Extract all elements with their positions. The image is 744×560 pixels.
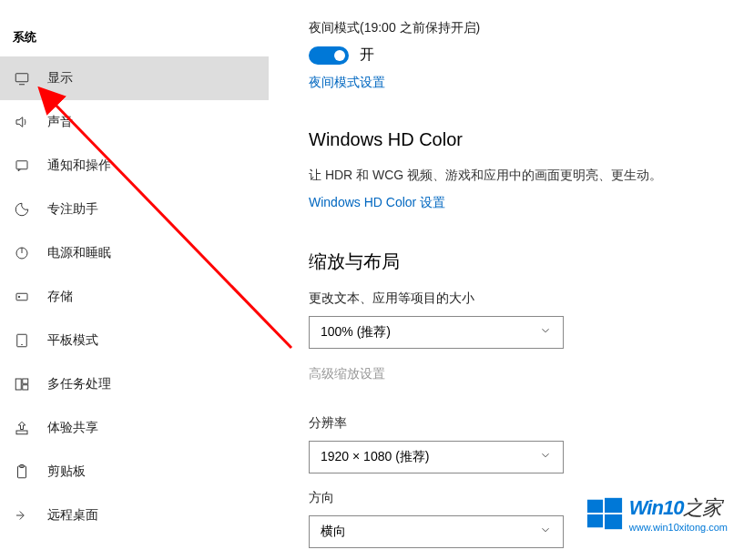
hd-color-heading: Windows HD Color xyxy=(309,129,717,150)
focus-icon xyxy=(13,200,31,219)
scale-value: 100% (推荐) xyxy=(321,324,391,341)
sidebar-item-label: 剪贴板 xyxy=(47,463,86,480)
sidebar-item-label: 通知和操作 xyxy=(47,158,111,174)
sidebar-item-display[interactable]: 显示 xyxy=(0,56,269,100)
svg-rect-10 xyxy=(23,379,28,383)
multitask-icon xyxy=(13,375,31,393)
svg-point-6 xyxy=(18,296,20,298)
watermark-url: www.win10xitong.com xyxy=(629,522,728,533)
sidebar-item-label: 电源和睡眠 xyxy=(47,245,111,261)
night-mode-settings-link[interactable]: 夜间模式设置 xyxy=(309,75,385,91)
resolution-value: 1920 × 1080 (推荐) xyxy=(321,449,429,465)
chevron-down-icon xyxy=(539,524,552,539)
remote-icon xyxy=(13,506,31,524)
sidebar-item-label: 平板模式 xyxy=(47,332,98,349)
hd-color-link[interactable]: Windows HD Color 设置 xyxy=(309,195,445,211)
hd-color-desc: 让 HDR 和 WCG 视频、游戏和应用中的画面更明亮、更生动。 xyxy=(309,167,717,185)
watermark: Win10之家 www.win10xitong.com xyxy=(586,494,728,533)
display-icon xyxy=(13,69,31,87)
svg-rect-17 xyxy=(587,500,603,513)
resolution-select[interactable]: 1920 × 1080 (推荐) xyxy=(309,441,564,473)
clipboard-icon xyxy=(13,463,31,481)
orientation-select[interactable]: 横向 xyxy=(309,515,564,548)
sidebar-item-sound[interactable]: 声音 xyxy=(0,100,269,144)
toggle-switch xyxy=(309,46,349,65)
chevron-down-icon xyxy=(539,324,552,340)
sidebar-item-clipboard[interactable]: 剪贴板 xyxy=(0,450,269,494)
main-content: 夜间模式(19:00 之前保持开启) 开 夜间模式设置 Windows HD C… xyxy=(269,0,744,560)
sidebar-item-power[interactable]: 电源和睡眠 xyxy=(0,231,269,275)
sidebar: 系统 显示 声音 通知和操作 专注助手 xyxy=(0,0,269,560)
scale-select[interactable]: 100% (推荐) xyxy=(309,316,564,349)
share-icon xyxy=(13,419,31,437)
advanced-scale-link[interactable]: 高级缩放设置 xyxy=(309,366,385,382)
toggle-label: 开 xyxy=(360,46,374,65)
sidebar-item-storage[interactable]: 存储 xyxy=(0,275,269,319)
sidebar-item-share[interactable]: 体验共享 xyxy=(0,406,269,450)
sidebar-item-label: 体验共享 xyxy=(47,420,98,436)
power-icon xyxy=(13,244,31,262)
sidebar-heading: 系统 xyxy=(13,29,269,46)
notification-icon xyxy=(13,157,31,175)
sidebar-item-multitask[interactable]: 多任务处理 xyxy=(0,362,269,406)
sidebar-item-tablet[interactable]: 平板模式 xyxy=(0,319,269,362)
windows-logo-icon xyxy=(586,494,624,533)
sidebar-item-label: 远程桌面 xyxy=(47,507,98,524)
sidebar-item-remote[interactable]: 远程桌面 xyxy=(0,494,269,537)
sidebar-item-label: 存储 xyxy=(47,289,73,305)
resolution-label: 分辨率 xyxy=(309,415,717,432)
tablet-icon xyxy=(13,331,31,350)
watermark-brand: Win10之家 xyxy=(629,494,728,522)
sidebar-item-label: 专注助手 xyxy=(47,201,98,218)
svg-rect-20 xyxy=(605,514,622,529)
storage-icon xyxy=(13,288,31,306)
scale-heading: 缩放与布局 xyxy=(309,249,717,274)
orientation-value: 横向 xyxy=(321,524,346,540)
night-mode-label: 夜间模式(19:00 之前保持开启) xyxy=(309,20,717,36)
sidebar-item-focus[interactable]: 专注助手 xyxy=(0,188,269,231)
scale-label: 更改文本、应用等项目的大小 xyxy=(309,290,717,307)
svg-rect-0 xyxy=(15,74,28,82)
chevron-down-icon xyxy=(539,449,552,464)
svg-rect-11 xyxy=(23,385,28,390)
sidebar-item-label: 多任务处理 xyxy=(47,376,111,392)
svg-rect-2 xyxy=(16,161,27,169)
svg-rect-12 xyxy=(16,431,27,434)
night-mode-toggle[interactable]: 开 xyxy=(309,46,374,65)
sidebar-item-label: 显示 xyxy=(47,70,73,87)
svg-rect-18 xyxy=(605,498,622,513)
sound-icon xyxy=(13,113,31,131)
svg-rect-9 xyxy=(15,379,21,390)
svg-rect-19 xyxy=(587,514,603,527)
sidebar-item-label: 声音 xyxy=(47,114,73,130)
sidebar-item-notifications[interactable]: 通知和操作 xyxy=(0,144,269,188)
